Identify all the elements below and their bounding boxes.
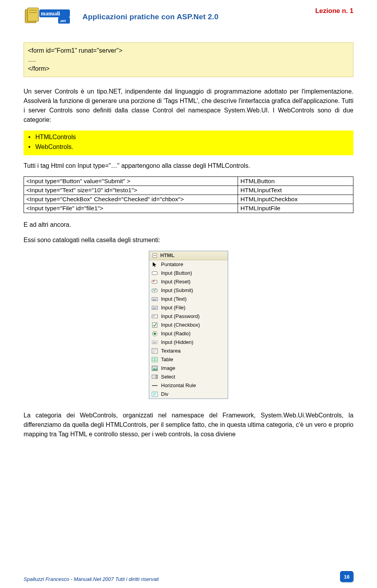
toolbox-panel: HTML Puntatore Input (Button) Input (Res… [149,251,228,399]
toolbox-item-hr[interactable]: Horizontal Rule [149,381,228,390]
file-input-icon: abl [152,305,158,311]
checkbox-icon [152,322,158,328]
paragraph-1: Un server Controls è un tipo.NET, indipe… [24,87,353,125]
toolbox-item-textarea[interactable]: Textarea [149,347,228,355]
svg-marker-10 [153,262,156,267]
toolbox-header[interactable]: HTML [149,251,228,260]
toolbox-item-label: Input (Submit) [161,287,193,293]
svg-text:abl: abl [153,341,157,344]
page-header: manuali .net Applicazioni pratiche con A… [24,0,353,27]
mapping-table: <Input type="Button" value="Submit" > HT… [24,176,353,213]
submit-icon [152,287,158,294]
paragraph-4: Essi sono catalogati nella casella degli… [24,235,353,245]
toolbox-item-label: Puntatore [161,261,183,267]
reset-icon [152,279,158,285]
password-icon: ** [152,313,158,320]
toolbox-item-password[interactable]: ** Input (Password) [149,312,228,321]
table-cell-type: HTMLButton [238,176,353,186]
textarea-icon [152,348,158,354]
text-input-icon: abl [152,296,158,302]
footer-copyright: 2007 Tutti i diritti riservati [101,576,159,582]
footer-site: - Manuali.Net [71,576,101,582]
button-icon [152,270,158,276]
toolbox-item-label: Input (Reset) [161,279,190,285]
bullet-htmlcontrols: HTMLControls [35,132,350,142]
course-title: Applicazioni pratiche con ASP.Net 2.0 [82,13,218,21]
table-row: <Input type="Button" value="Submit" > HT… [24,176,353,186]
table-cell-code: <Input type="CheckBox" Checked="Checked"… [24,195,238,204]
svg-text:.net: .net [60,18,66,23]
toolbox-item-reset[interactable]: Input (Reset) [149,277,228,286]
hr-icon [152,382,158,389]
div-icon [152,391,158,397]
svg-text:**: ** [153,315,155,318]
bullet-webcontrols: WebControls. [35,142,350,152]
toolbox-item-label: Input (Button) [161,270,192,276]
svg-point-22 [154,333,156,335]
table-cell-code: <Input type="Button" value="Submit" > [24,176,238,186]
table-row: <Input type="Text" size="10" id="testo1"… [24,186,353,195]
table-cell-type: HTMLInputFile [238,204,353,213]
table-icon [152,356,158,363]
page-number-badge: 16 [340,571,353,582]
toolbox-item-pointer[interactable]: Puntatore [149,260,228,269]
toolbox-item-label: Horizontal Rule [161,382,196,388]
table-cell-code: <Input type="File" id="file1"> [24,204,238,213]
toolbox-item-image[interactable]: Image [149,364,228,373]
highlight-categories: HTMLControls WebControls. [24,130,353,155]
toolbox-item-radio[interactable]: Input (Radio) [149,329,228,338]
svg-text:abl: abl [153,307,157,309]
toolbox-item-label: Textarea [161,348,181,354]
toolbox-title: HTML [160,252,174,258]
minus-icon [152,252,158,259]
toolbox-item-file[interactable]: abl Input (File) [149,303,228,312]
svg-rect-1 [27,8,38,21]
toolbox-item-button[interactable]: Input (Button) [149,269,228,277]
page-number: 16 [344,574,350,580]
svg-rect-11 [152,272,157,275]
toolbox-item-label: Table [161,356,173,362]
toolbox-item-select[interactable]: Select [149,373,228,381]
footer-author: Spalluzzi Francesco [24,576,71,582]
site-logo: manuali .net [24,7,71,27]
toolbox-item-hidden[interactable]: abl Input (Hidden) [149,338,228,347]
pointer-icon [152,261,158,268]
paragraph-3: E ad altri ancora. [24,220,353,230]
table-row: <Input type="File" id="file1"> HTMLInput… [24,204,353,213]
svg-rect-12 [152,280,157,283]
page-footer: Spalluzzi Francesco - Manuali.Net 2007 T… [24,569,353,582]
table-cell-type: HTMLInputText [238,186,353,195]
code-block-form: <form id="Form1" runat="server"> …. </fo… [24,42,353,77]
paragraph-5: La categoria dei WebControls, organizzat… [24,411,353,439]
toolbox-item-label: Div [161,391,168,397]
toolbox-item-text[interactable]: abl Input (Text) [149,295,228,303]
hidden-input-icon: abl [152,339,158,345]
table-cell-code: <Input type="Text" size="10" id="testo1"… [24,186,238,195]
svg-rect-20 [152,323,157,327]
toolbox-item-label: Input (Hidden) [161,339,193,345]
paragraph-2: Tutti i tag Html con Input type="…" appa… [24,161,353,171]
toolbox-item-submit[interactable]: Input (Submit) [149,286,228,295]
svg-text:abl: abl [153,298,157,301]
toolbox-item-label: Input (Text) [161,296,187,302]
footer-credits: Spalluzzi Francesco - Manuali.Net 2007 T… [24,576,159,582]
toolbox-item-label: Select [161,374,175,380]
toolbox-item-table[interactable]: Table [149,355,228,364]
toolbox-item-label: Input (Checkbox) [161,322,200,328]
toolbox-item-div[interactable]: Div [149,390,228,399]
table-cell-type: HTMLInputCheckbox [238,195,353,204]
toolbox-item-label: Image [161,365,175,371]
svg-text:manuali: manuali [41,11,60,17]
svg-point-34 [153,367,154,368]
radio-icon [152,331,158,337]
toolbox-item-label: Input (File) [161,305,185,311]
image-icon [152,365,158,371]
table-row: <Input type="CheckBox" Checked="Checked"… [24,195,353,204]
select-icon [152,374,158,380]
toolbox-item-label: Input (Password) [161,313,199,319]
svg-rect-39 [156,375,157,378]
lesson-number: Lezione n. 1 [315,7,353,15]
toolbox-item-label: Input (Radio) [161,331,190,336]
toolbox-item-checkbox[interactable]: Input (Checkbox) [149,321,228,329]
